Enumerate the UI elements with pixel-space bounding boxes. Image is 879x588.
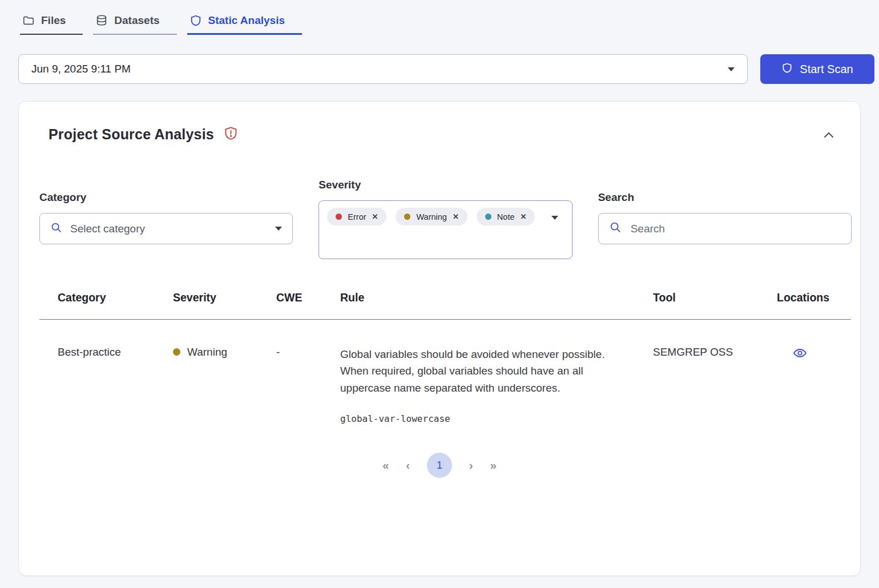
search-input[interactable]: [630, 222, 841, 236]
start-scan-label: Start Scan: [800, 63, 853, 76]
scan-run-select[interactable]: Jun 9, 2025 9:11 PM: [18, 54, 748, 84]
search-filter: Search: [598, 179, 852, 244]
panel-title: Project Source Analysis: [49, 126, 214, 143]
severity-chip-warning: Warning ✕: [396, 208, 467, 225]
col-header-severity: Severity: [173, 291, 276, 304]
chip-label: Error: [348, 212, 366, 221]
cell-rule: Global variables should be avoided whene…: [340, 346, 653, 424]
category-select[interactable]: Select category: [39, 213, 293, 244]
note-dot-icon: [485, 214, 491, 220]
cell-cwe: -: [276, 346, 340, 424]
scan-controls: Jun 9, 2025 9:11 PM Start Scan: [18, 54, 874, 84]
search-field: [598, 213, 852, 244]
database-icon: [95, 14, 108, 27]
pagination-next-button[interactable]: ›: [469, 459, 473, 472]
chevron-down-icon: [728, 67, 735, 71]
chevron-down-icon: [275, 227, 282, 231]
severity-chip-note: Note ✕: [477, 208, 535, 225]
pagination: « ‹ 1 › »: [19, 453, 860, 478]
severity-filter-label: Severity: [318, 179, 572, 191]
pagination-last-button[interactable]: »: [490, 459, 497, 472]
search-icon: [50, 221, 62, 236]
rule-id: global-var-lowercase: [340, 413, 653, 424]
filters-row: Category Select category Severity Error: [19, 143, 860, 259]
col-header-cwe: CWE: [276, 291, 340, 304]
category-select-placeholder: Select category: [70, 223, 145, 235]
col-header-category: Category: [58, 291, 173, 304]
warning-dot-icon: [404, 214, 410, 220]
findings-table: Category Severity CWE Rule Tool Location…: [19, 291, 860, 424]
cell-locations: [777, 346, 851, 424]
tab-label: Static Analysis: [208, 14, 285, 27]
col-header-locations: Locations: [777, 291, 851, 304]
panel-header: Project Source Analysis: [19, 102, 860, 143]
top-tabs: Files Datasets Static Analysis: [0, 0, 879, 35]
col-header-rule: Rule: [340, 291, 653, 304]
remove-warning-chip-icon[interactable]: ✕: [453, 212, 459, 221]
rule-description: Global variables should be avoided whene…: [340, 346, 628, 396]
collapse-panel-button[interactable]: [822, 130, 835, 139]
warning-dot-icon: [173, 348, 180, 356]
chip-label: Note: [497, 212, 515, 221]
tab-label: Datasets: [114, 14, 159, 27]
cell-severity: Warning: [173, 346, 276, 424]
table-row: Best-practice Warning - Global variables…: [39, 320, 851, 424]
severity-filter: Severity Error ✕ Warning ✕ Note ✕: [318, 179, 572, 259]
severity-multiselect[interactable]: Error ✕ Warning ✕ Note ✕: [318, 200, 572, 259]
search-filter-label: Search: [598, 191, 852, 204]
tab-files[interactable]: Files: [20, 7, 83, 35]
shield-alert-icon: [223, 126, 239, 143]
project-source-analysis-panel: Project Source Analysis Category: [18, 101, 861, 576]
pagination-page-1[interactable]: 1: [427, 453, 452, 478]
cell-category: Best-practice: [58, 346, 173, 424]
severity-chip-error: Error ✕: [327, 208, 386, 225]
tab-static-analysis[interactable]: Static Analysis: [187, 7, 302, 35]
cell-tool: SEMGREP OSS: [653, 346, 777, 424]
folder-icon: [22, 14, 35, 27]
pagination-prev-button[interactable]: ‹: [406, 459, 410, 472]
search-icon: [609, 221, 622, 236]
chip-label: Warning: [416, 212, 446, 221]
severity-value: Warning: [187, 346, 227, 359]
tab-datasets[interactable]: Datasets: [93, 7, 176, 35]
col-header-tool: Tool: [653, 291, 777, 304]
shield-icon: [781, 62, 793, 76]
remove-error-chip-icon[interactable]: ✕: [372, 212, 378, 221]
shield-icon: [189, 14, 202, 27]
category-filter-label: Category: [39, 191, 293, 204]
error-dot-icon: [336, 214, 342, 220]
table-header-row: Category Severity CWE Rule Tool Location…: [39, 291, 851, 320]
view-locations-eye-icon[interactable]: [793, 346, 807, 360]
category-filter: Category Select category: [39, 179, 293, 244]
remove-note-chip-icon[interactable]: ✕: [520, 212, 526, 221]
chevron-down-icon: [551, 216, 558, 220]
scan-run-value: Jun 9, 2025 9:11 PM: [31, 63, 131, 75]
tab-label: Files: [41, 14, 66, 27]
start-scan-button[interactable]: Start Scan: [760, 54, 874, 84]
pagination-first-button[interactable]: «: [382, 459, 389, 472]
